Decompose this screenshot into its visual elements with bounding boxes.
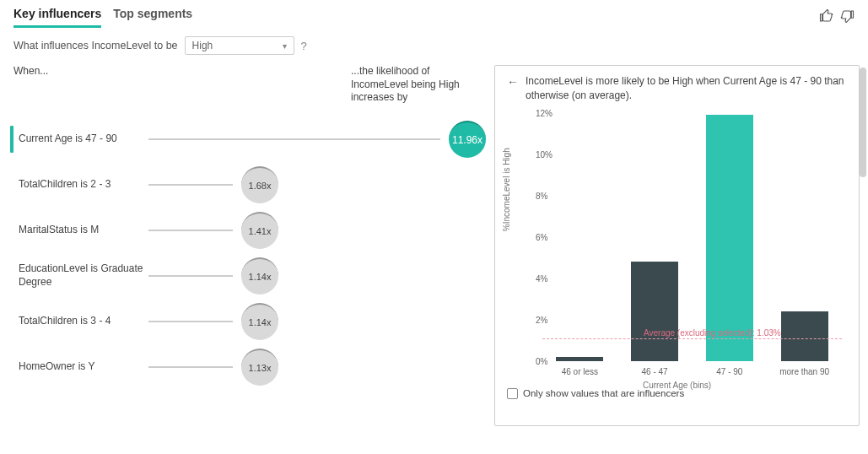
scrollbar[interactable]: [860, 68, 866, 177]
influencer-label: Current Age is 47 - 90: [19, 132, 117, 146]
detail-headline: IncomeLevel is more likely to be High wh…: [526, 74, 847, 103]
influencer-row[interactable]: MaritalStatus is M1.41x: [13, 208, 486, 253]
influencer-track: [148, 184, 233, 186]
influencer-row[interactable]: TotalChildren is 2 - 31.68x: [13, 162, 486, 208]
chart-bar[interactable]: [631, 262, 678, 361]
influencer-factor-bubble: 1.13x: [241, 349, 278, 386]
influencer-label: HomeOwner is Y: [19, 360, 94, 374]
influencer-row[interactable]: HomeOwner is Y1.13x: [13, 344, 486, 390]
tab-key-influencers[interactable]: Key influencers: [13, 7, 101, 28]
x-axis-label: Current Age (bins): [507, 381, 847, 390]
influencer-factor-bubble: 11.96x: [449, 121, 486, 158]
column-header-likelihood: ...the likelihood of IncomeLevel being H…: [351, 65, 486, 105]
y-axis-label: %IncomeLevel is High: [502, 148, 511, 231]
dropdown-selected: High: [192, 40, 213, 51]
chart-bar[interactable]: [706, 115, 753, 361]
influencer-row[interactable]: Current Age is 47 - 9011.96x: [13, 116, 486, 162]
only-influencers-label: Only show values that are influencers: [523, 388, 684, 398]
influencer-factor-bubble: 1.14x: [241, 303, 278, 340]
value-dropdown[interactable]: High ▾: [185, 36, 294, 55]
chevron-down-icon: ▾: [283, 41, 287, 51]
tab-top-segments[interactable]: Top segments: [113, 7, 192, 28]
x-tick: 46 - 47: [625, 367, 684, 376]
thumbs-down-icon[interactable]: [839, 8, 855, 26]
influencer-row[interactable]: TotalChildren is 3 - 41.14x: [13, 299, 486, 344]
average-line-label: Average (excluding selected): 1.03%: [644, 328, 781, 338]
influencer-label: TotalChildren is 3 - 4: [19, 315, 111, 328]
influencer-track: [148, 230, 233, 231]
chart-bar[interactable]: [781, 311, 828, 361]
x-tick: 46 or less: [550, 367, 609, 376]
column-header-when: When...: [13, 65, 351, 105]
thumbs-up-icon[interactable]: [819, 8, 834, 26]
influencer-track: [148, 321, 233, 322]
influencer-label: MaritalStatus is M: [19, 224, 99, 237]
influencer-factor-bubble: 1.68x: [241, 166, 278, 203]
help-icon[interactable]: ?: [301, 40, 307, 52]
influencer-track: [148, 366, 233, 368]
influencer-factor-bubble: 1.14x: [241, 257, 278, 295]
influencer-track: [148, 275, 233, 277]
chart-bar[interactable]: [556, 357, 603, 361]
influencer-row[interactable]: EducationLevel is Graduate Degree1.14x: [13, 253, 486, 299]
influencer-track: [148, 138, 440, 140]
influencer-factor-bubble: 1.41x: [241, 212, 278, 249]
back-arrow-icon[interactable]: ←: [507, 74, 519, 91]
x-tick: 47 - 90: [700, 367, 759, 376]
detail-chart: %IncomeLevel is High 0%2%4%6%8%10%12% Av…: [507, 113, 847, 383]
x-tick: more than 90: [775, 367, 834, 376]
question-prefix: What influences IncomeLevel to be: [13, 40, 178, 51]
influencer-label: EducationLevel is Graduate Degree: [19, 262, 145, 289]
influencer-label: TotalChildren is 2 - 3: [19, 178, 111, 192]
